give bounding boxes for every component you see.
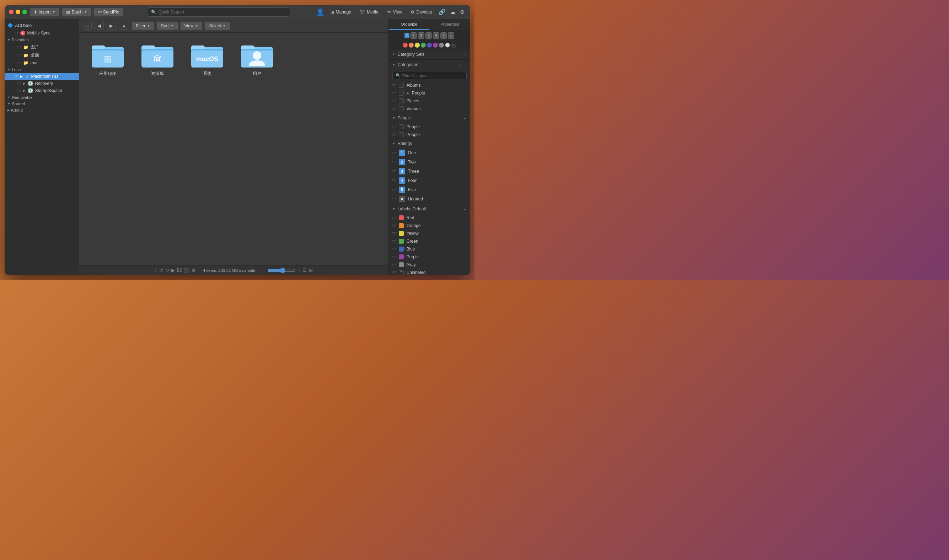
view-mode-button[interactable]: View ▼ <box>180 22 203 30</box>
section-labels-header[interactable]: ▼ Labels: Default ··· <box>389 204 470 214</box>
sidebar-item-acdsee[interactable]: 🔷 ACDSee <box>5 21 79 29</box>
view-external-icon[interactable]: ⤴ <box>155 268 157 273</box>
albums-checkbox[interactable] <box>399 83 404 88</box>
back-button[interactable]: ◀ <box>94 22 104 30</box>
filter-categories-input-wrapper[interactable]: 🔍 Filter Categories <box>392 72 467 79</box>
label-item-blue[interactable]: 🛡 Blue <box>389 245 470 253</box>
batch-button[interactable]: ▤ Batch ▼ <box>62 8 91 16</box>
category-people[interactable]: 🛡 ▶ People <box>389 89 470 97</box>
sidebar-item-mobile-sync[interactable]: 🛡 ● Mobile Sync <box>5 29 79 37</box>
label-blue-dot[interactable] <box>427 43 432 48</box>
tab-properties[interactable]: Properties <box>429 19 470 30</box>
rating-item-one[interactable]: 🛡 1 One <box>389 148 470 157</box>
label-white-dot[interactable] <box>445 43 450 48</box>
label-item-purple[interactable]: 🛡 Purple <box>389 253 470 261</box>
sidebar-section-shared[interactable]: ▼ Shared <box>5 100 79 107</box>
rating-item-two[interactable]: 🛡 2 Two <box>389 157 470 167</box>
label-orange-dot[interactable] <box>409 43 414 48</box>
rating-4-btn[interactable]: 4 <box>433 32 439 39</box>
category-places[interactable]: 🛡 Places <box>389 97 470 105</box>
select-all-checkbox[interactable]: ✓ <box>405 33 410 38</box>
rotate-left-icon[interactable]: ↺ <box>159 268 163 273</box>
sidebar-item-recovery[interactable]: 🛡 ▶ 💽 Recovery <box>5 80 79 87</box>
folder-item-library[interactable]: 🏛 资源库 <box>136 40 179 79</box>
label-none-dot[interactable]: ✕ <box>451 43 456 48</box>
sort-button[interactable]: Sort ▼ <box>157 22 178 30</box>
forward-button[interactable]: ▶ <box>106 22 116 30</box>
section-category-sets-header[interactable]: ▼ Category Sets ··· <box>389 49 470 59</box>
manage-button[interactable]: ⊞ Manage <box>327 8 355 16</box>
home-button[interactable]: ⌂ <box>83 22 92 30</box>
sidebar-item-storagespace[interactable]: 🛡 ▶ 💽 StorageSpace <box>5 87 79 94</box>
sidebar-item-pictures[interactable]: 🛡 📁 图片 <box>5 43 79 51</box>
maximize-button[interactable] <box>22 9 27 14</box>
zoom-minus-icon[interactable]: − <box>262 268 265 273</box>
zoom-slider[interactable] <box>267 268 296 273</box>
rating-3-btn[interactable]: 3 <box>425 32 432 39</box>
label-red-dot[interactable] <box>403 43 408 48</box>
categories-minus-icon[interactable]: − <box>464 62 466 68</box>
settings-button[interactable]: ⊕ <box>459 7 466 17</box>
labels-more-icon[interactable]: ··· <box>462 206 467 212</box>
share-button[interactable]: 🔗 <box>437 7 447 17</box>
minimize-button[interactable] <box>15 9 20 14</box>
rating-item-three[interactable]: 🛡 3 Three <box>389 167 470 176</box>
people1-checkbox[interactable] <box>399 125 404 129</box>
places-checkbox[interactable] <box>399 98 404 103</box>
label-item-unlabeled[interactable]: 🛡 ✕ Unlabeled <box>389 269 470 275</box>
folder-item-users[interactable]: 用户 <box>236 40 278 79</box>
category-various[interactable]: 🛡 Various <box>389 105 470 112</box>
process-icon[interactable]: ⚙ <box>192 268 196 273</box>
label-item-gray[interactable]: 🛡 Gray <box>389 261 470 269</box>
search-input[interactable] <box>159 9 287 15</box>
rating-2-btn[interactable]: 2 <box>418 32 424 39</box>
zoom-plus-icon[interactable]: + <box>298 268 301 273</box>
select-button[interactable]: Select ▼ <box>205 22 230 30</box>
import-button[interactable]: ⬆ Import ▼ <box>30 8 60 16</box>
label-item-yellow[interactable]: 🛡 Yellow <box>389 229 470 237</box>
categories-add-icon[interactable]: + <box>459 62 462 68</box>
label-item-green[interactable]: 🛡 Green <box>389 237 470 245</box>
people2-checkbox[interactable] <box>399 132 404 137</box>
category-albums[interactable]: 🛡 Albums <box>389 82 470 89</box>
various-checkbox[interactable] <box>399 106 404 111</box>
label-green-dot[interactable] <box>421 43 426 48</box>
play-icon[interactable]: ▶ <box>171 268 175 273</box>
section-people-header[interactable]: ▼ People ··· <box>389 113 470 123</box>
label-item-orange[interactable]: 🛡 Orange <box>389 222 470 229</box>
search-bar[interactable]: 🔍 <box>148 8 290 17</box>
folder-item-macos[interactable]: macOS 系统 <box>186 40 228 79</box>
list-view-icon[interactable]: ☰ <box>302 268 307 273</box>
sidebar-section-removable[interactable]: ▼ Removable <box>5 94 79 100</box>
close-button[interactable] <box>9 9 14 14</box>
section-categories-header[interactable]: ▼ Categories + − <box>389 60 470 70</box>
people-item-2[interactable]: 🛡 People <box>389 131 470 138</box>
tab-organize[interactable]: Organize <box>389 19 430 30</box>
rotate-right-icon[interactable]: ↻ <box>165 268 169 273</box>
view-button[interactable]: 👁 View <box>384 8 406 16</box>
profile-button[interactable]: 👤 <box>315 7 325 17</box>
label-item-red[interactable]: 🛡 Red <box>389 214 470 222</box>
label-purple-dot[interactable] <box>433 43 438 48</box>
label-yellow-dot[interactable] <box>415 43 420 48</box>
sidebar-item-desktop[interactable]: 🛡 📁 桌面 <box>5 51 79 59</box>
rating-x-btn[interactable]: ✕ <box>448 32 454 39</box>
category-sets-more-icon[interactable]: ··· <box>462 52 467 57</box>
rating-5-btn[interactable]: 5 <box>441 32 447 39</box>
sidebar-item-mac[interactable]: 🛡 📁 mac <box>5 59 79 66</box>
filmstrip-icon[interactable]: 🎞 <box>177 268 182 273</box>
sidebar-section-local[interactable]: ▼ Local <box>5 66 79 73</box>
develop-button[interactable]: ⚙ Develop <box>407 8 435 16</box>
label-gray-dot[interactable] <box>439 43 444 48</box>
cloud-button[interactable]: ☁ <box>448 7 457 17</box>
people-checkbox[interactable] <box>399 91 404 95</box>
slideshow-icon[interactable]: ⬛ <box>184 268 189 273</box>
filter-button[interactable]: Filter ▼ <box>132 22 154 30</box>
people-more-icon[interactable]: ··· <box>462 115 467 121</box>
rating-item-five[interactable]: 🛡 5 Five <box>389 185 470 194</box>
section-ratings-header[interactable]: ▼ Ratings <box>389 139 470 148</box>
rating-item-four[interactable]: 🛡 4 Four <box>389 176 470 185</box>
sidebar-item-macintosh-hd[interactable]: 🛡 ▶ 🖥 Macintosh HD <box>5 73 79 80</box>
grid-view-icon[interactable]: ⊞ <box>309 268 313 273</box>
rating-item-unrated[interactable]: 🛡 ✕ Unrated <box>389 194 470 204</box>
